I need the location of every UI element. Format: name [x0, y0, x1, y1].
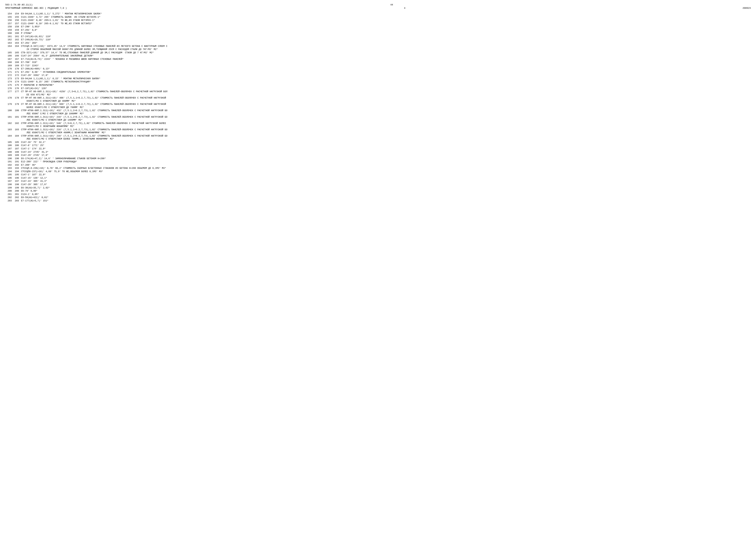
row-text: Е7-209' 46* — [21, 163, 751, 167]
row-num1: 179 — [5, 103, 13, 106]
row-text: С121-1949' 0,15' 265' СТОИМОСТЬ МЕТАЛЛОК… — [21, 80, 751, 84]
row-text: СТССЦП.8-236(=10)' 0,78' 90,2' СТОИМОСТЬ… — [21, 167, 751, 170]
row-text: Е7-288(А1=489)' 0,13* — [21, 67, 751, 70]
table-row: 190190Е6-174(А1=47,2)' 14,6' ' ЗАМОНОЛИЧ… — [5, 157, 751, 160]
row-text: Е7-714(А1=9,73)' 2243' ' ЧЕКАНКА И РАСШИ… — [21, 58, 751, 61]
row-num2: 199 — [13, 186, 21, 189]
table-row: 203203Е7-177(А1=5,7)' 151* — [5, 199, 751, 202]
row-text: Е7-247(А1=16,63)' 119* — [21, 35, 751, 38]
row-num2: 165 — [13, 51, 21, 54]
row-num2: 161 — [13, 35, 21, 38]
table-row: 195195С147-1' 187' 22,9* — [5, 173, 751, 176]
row-num1: 171 — [5, 71, 13, 74]
row-num1: 172 — [5, 74, 13, 77]
row-text: Е9-94(А4 1,1)(А5,1,1)' 0,15' ' МОНТАЖ МЕ… — [21, 77, 751, 80]
row-num2: 156 — [13, 19, 21, 22]
row-num1: 154 — [5, 12, 13, 16]
row-text: С147-16' 75' 32,1* — [21, 141, 751, 144]
row-text: Р ПОКРЫТИЕ И ПЕРЕКРЫТИЕ* — [21, 84, 751, 87]
table-row: 169169Е7-713' 2243* — [5, 64, 751, 67]
row-num1: 182 — [5, 122, 13, 125]
row-text: Е7-177(А1=5,7)' 151* — [21, 199, 751, 202]
row-text: Е12-289' 222' ' ПРОКЛАДКА СЛОЯ РУБЕРОАДА… — [21, 160, 751, 163]
table-row: 178178СТ ПР-НТ 06-08П.1.311(=10)' 486' (… — [5, 96, 751, 103]
row-num2: 176 — [13, 87, 21, 90]
table-row: 202202Е8-59(А1=421)' 0,01* — [5, 196, 751, 199]
row-text: Е7-708' 319* — [21, 61, 751, 64]
row-num1: 197 — [5, 180, 13, 183]
row-text: Е8-59(А1=421)' 0,01* — [21, 196, 751, 199]
row-num1: 200 — [5, 189, 13, 193]
table-row: 188188С147-24' 2745' 41,3* — [5, 151, 751, 154]
row-num1: 198 — [5, 183, 13, 186]
row-num1: 159 — [5, 28, 13, 32]
row-num2: 198 — [13, 183, 21, 186]
row-num1: 164 — [5, 45, 13, 48]
row-text: С147-29' 2745' 17,8* — [21, 154, 751, 157]
row-num2: 167 — [13, 58, 21, 61]
table-row: 196196С147-15' 136' 12,1* — [5, 177, 751, 180]
row-num2: 166 — [13, 54, 21, 58]
row-text: С147-24' 2745' 41,3* — [21, 151, 751, 154]
table-row: 160160Р СТЕНЫ* — [5, 32, 751, 35]
table-row: 193193СТССЦП.8-236(=10)' 0,78' 90,2' СТО… — [5, 167, 751, 170]
row-num1: 177 — [5, 90, 13, 93]
row-num2: 188 — [13, 151, 21, 154]
row-text: С124-1' 0,05* — [21, 193, 751, 196]
row-text: С147-1' 187' 22,9* — [21, 173, 751, 176]
row-num1: 175 — [5, 84, 13, 87]
row-num1: 203 — [5, 199, 13, 202]
row-num2: 160 — [13, 32, 21, 35]
row-num2: 180 — [13, 109, 21, 112]
table-row: 168168Е7-708' 319* — [5, 61, 751, 64]
row-text: Е9-94(А4.1,1)(А5.1,1)' 5,272' ' МОНТАЖ М… — [21, 12, 751, 16]
row-num1: 187 — [5, 147, 13, 150]
page-header-top: 503-1-74.89 АЛ.11(1) 44 — [5, 3, 751, 6]
table-row: 165165СТ8-327(=10)' 379,57' 14,4' ТО ЖЕ,… — [5, 51, 751, 54]
row-text: СТ8-327(=10)' 379,57' 14,4' ТО ЖЕ,СТЕНОВ… — [21, 51, 751, 54]
table-row: 194194СТССЦП8-237(=10)' 4,69' 75,9' ТО Ж… — [5, 170, 751, 173]
row-num1: 170 — [5, 67, 13, 70]
table-row: 161161Е7-247(А1=16,63)' 119* — [5, 35, 751, 38]
table-row: 155155С121-1949' 4,72' 265' СТОИМОСТЬ БА… — [5, 16, 751, 19]
row-num2: 192 — [13, 163, 21, 167]
date-code: 200923 — [742, 7, 751, 9]
data-table: 154154Е9-94(А4.1,1)(А5.1,1)' 5,272' ' МО… — [5, 12, 751, 202]
row-num2: 185 — [13, 141, 21, 144]
row-num2: 178 — [13, 96, 21, 99]
row-num1: 168 — [5, 61, 13, 64]
row-text: СТ ПР-НТ 06-08П.1.311(=10)' 669' (7,5.1,… — [21, 103, 751, 109]
row-num2: 169 — [13, 64, 21, 67]
row-text: С147-8' 1771' 25* — [21, 144, 751, 147]
row-num2: 163 — [13, 42, 21, 45]
table-row: 186186С147-8' 1771' 25* — [5, 144, 751, 147]
row-num1: 195 — [5, 173, 13, 176]
row-num1: 167 — [5, 58, 13, 61]
table-row: 198198С147-29' 305' 17,8* — [5, 183, 751, 186]
row-num1: 196 — [5, 177, 13, 180]
row-text: СТССЦП.8-347(=10)' 1973,45' 14,9' СТОИМО… — [21, 45, 751, 51]
row-num2: 201 — [13, 193, 21, 196]
row-num2: 157 — [13, 22, 21, 25]
row-num2: 189 — [13, 154, 21, 157]
table-row: 192192Е7-209' 46* — [5, 163, 751, 167]
table-row: 189189С147-29' 2745' 17,8* — [5, 154, 751, 157]
row-text: Е6-79' 0,06* — [21, 189, 751, 193]
table-row: 184184СТПР-НТ06-08П.1.311(=10)' 216' (7,… — [5, 134, 751, 140]
table-row: 176176Е7-197(А1=24)' 128* — [5, 87, 751, 90]
row-num2: 181 — [13, 115, 21, 119]
row-text: С121-1949' 4,72' 265' СТОИМОСТЬ БАЛОК ИЗ… — [21, 16, 751, 19]
row-text: Е7-713' 2243* — [21, 64, 751, 67]
table-row: 199199Е6-30(А1=35,7)' 2,02* — [5, 186, 751, 189]
row-num2: 171 — [13, 71, 21, 74]
row-text: Р СТЕНЫ* — [21, 32, 751, 35]
table-row: 197197С147-24' 305' 41,3* — [5, 180, 751, 183]
row-num2: 175 — [13, 84, 21, 87]
row-num1: 165 — [5, 51, 13, 54]
row-text: СТПР-НТ06-08П.1.311(=10)' 540' (7,5+0,2,… — [21, 122, 751, 128]
row-num2: 170 — [13, 67, 21, 70]
row-num1: 189 — [5, 154, 13, 157]
row-num2: 172 — [13, 74, 21, 77]
row-num1: 158 — [5, 25, 13, 28]
table-row: 158158Е7-290' 3,953* — [5, 25, 751, 28]
